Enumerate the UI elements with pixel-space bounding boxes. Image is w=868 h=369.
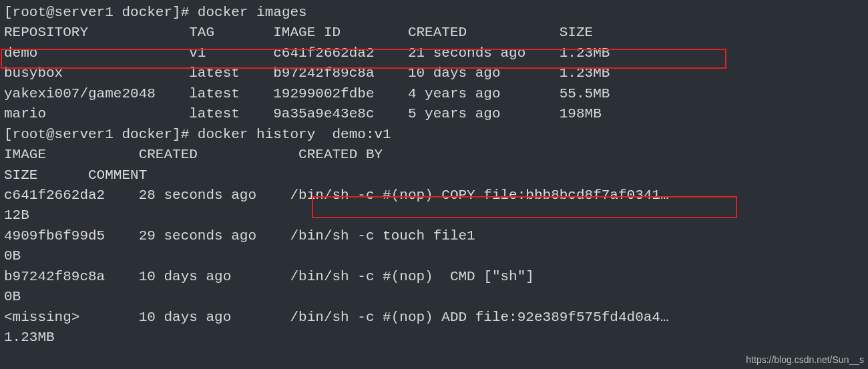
table-row: mario latest 9a35a9e43e8c 5 years ago 19… [4,104,864,124]
table-row: 0B [4,246,864,266]
shell-prompt: [root@server1 docker]# [4,5,198,20]
table-header-images: REPOSITORY TAG IMAGE ID CREATED SIZE [4,23,864,43]
command-text[interactable]: docker history demo:v1 [198,127,391,142]
table-row: c641f2662da2 28 seconds ago /bin/sh -c #… [4,186,864,206]
terminal-line-command-2: [root@server1 docker]# docker history de… [4,125,864,145]
shell-prompt: [root@server1 docker]# [4,127,198,142]
table-row: b97242f89c8a 10 days ago /bin/sh -c #(no… [4,267,864,287]
terminal-line-command-1: [root@server1 docker]# docker images [4,3,864,23]
table-row: busybox latest b97242f89c8a 10 days ago … [4,63,864,83]
table-row: demo v1 c641f2662da2 21 seconds ago 1.23… [4,43,864,63]
table-row: yakexi007/game2048 latest 19299002fdbe 4… [4,84,864,104]
table-row: <missing> 10 days ago /bin/sh -c #(nop) … [4,308,864,328]
watermark-text: https://blog.csdn.net/Sun__s [746,353,864,366]
command-text[interactable]: docker images [198,5,307,20]
table-row: 4909fb6f99d5 29 seconds ago /bin/sh -c t… [4,226,864,246]
table-row: 1.23MB [4,328,864,348]
table-header-history-1: IMAGE CREATED CREATED BY [4,145,864,165]
table-header-history-2: SIZE COMMENT [4,165,864,186]
table-row: 12B [4,206,864,226]
table-row: 0B [4,287,864,307]
